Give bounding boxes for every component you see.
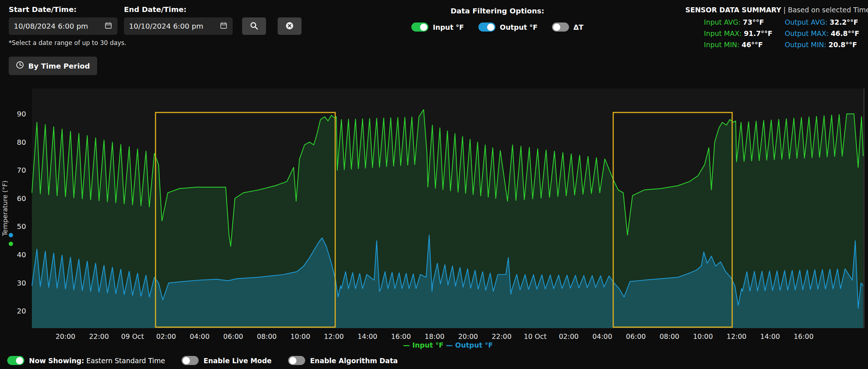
end-date-label: End Date/Time:	[124, 5, 233, 14]
timezone-toggle-item: Now Showing: Eastern Standard Time	[7, 356, 165, 365]
x-tick-label: 08:00	[257, 332, 277, 340]
algorithm-data-label: Enable Algorithm Data	[310, 357, 398, 365]
x-tick-label: 06:00	[626, 332, 646, 340]
algorithm-data-toggle[interactable]	[288, 356, 305, 365]
x-tick-label: 08:00	[660, 332, 680, 340]
bottom-toolbar: Now Showing: Eastern Standard Time Enabl…	[0, 352, 868, 369]
summary-input-max: Input MAX: 91.7°°F	[704, 29, 772, 37]
x-tick-label: 10:00	[290, 332, 310, 340]
x-tick-label: 14:00	[357, 332, 377, 340]
timezone-value: Eastern Standard Time	[86, 357, 165, 365]
x-tick-label: 16:00	[391, 332, 411, 340]
summary-subtitle: | Based on selected Time Period	[783, 6, 868, 14]
toggle-knob	[183, 357, 190, 364]
live-mode-toggle[interactable]	[182, 356, 199, 365]
y-tick-label: 60	[17, 194, 26, 203]
y-tick-label: 50	[17, 222, 26, 231]
input-f-toggle[interactable]	[411, 22, 428, 32]
summary-input-min: Input MIN: 46°°F	[704, 41, 772, 49]
calendar-icon	[104, 21, 112, 31]
toggle-knob	[420, 24, 427, 31]
toggle-knob	[487, 24, 494, 31]
chart-legend: — Input °F — Output °F	[403, 341, 493, 349]
clear-button[interactable]	[278, 17, 302, 35]
x-tick-label: 22:00	[492, 332, 512, 340]
output-f-toggle[interactable]	[478, 22, 495, 32]
y-tick-label: 70	[17, 166, 26, 175]
summary-input-avg: Input AVG: 73°°F	[704, 18, 772, 26]
y-tick-label: 20	[17, 307, 26, 315]
output-series-dot[interactable]	[9, 233, 13, 237]
summary-output-max: Output MAX: 46.8°°F	[785, 29, 859, 37]
x-tick-label: 04:00	[592, 332, 612, 340]
end-datetime-value: 10/10/2024 6:00 pm	[129, 22, 203, 30]
now-showing-label: Now Showing:	[29, 357, 84, 365]
x-tick-label: 02:00	[156, 332, 176, 340]
y-tick-label: 30	[17, 279, 26, 287]
x-tick-label: 22:00	[89, 332, 109, 340]
x-tick-label: 14:00	[760, 332, 780, 340]
y-axis-title: Temperature (°F)	[1, 180, 9, 236]
start-datetime-value: 10/08/2024 6:00 pm	[14, 22, 88, 30]
end-datetime-input[interactable]: 10/10/2024 6:00 pm	[124, 17, 233, 35]
x-tick-label: 20:00	[458, 332, 478, 340]
start-datetime-input[interactable]: 10/08/2024 6:00 pm	[9, 17, 117, 35]
live-mode-label: Enable Live Mode	[203, 357, 271, 365]
data-filtering-options: Data Filtering Options: Input °F Output …	[310, 5, 685, 32]
x-tick-label: 12:00	[727, 332, 747, 340]
x-tick-label: 16:00	[794, 332, 814, 340]
y-tick-label: 80	[17, 138, 26, 147]
top-toolbar: Start Date/Time: 10/08/2024 6:00 pm End …	[0, 0, 868, 87]
x-tick-label: 18:00	[425, 332, 445, 340]
by-time-period-button[interactable]: By Time Period	[9, 57, 97, 75]
delta-t-toggle[interactable]	[552, 22, 569, 32]
toggle-knob	[553, 24, 560, 31]
x-tick-label: 02:00	[559, 332, 579, 340]
y-tick-label: 90	[17, 110, 26, 118]
sensor-data-summary: SENSOR DATA SUMMARY | Based on selected …	[685, 5, 859, 49]
x-tick-label: 12:00	[324, 332, 344, 340]
output-f-toggle-label: Output °F	[500, 23, 537, 31]
temperature-chart[interactable]: 203040506070809020:0022:0009 Oct02:0004:…	[0, 87, 868, 352]
summary-title: SENSOR DATA SUMMARY	[685, 6, 781, 14]
end-date-group: End Date/Time: 10/10/2024 6:00 pm	[124, 5, 233, 35]
timezone-toggle[interactable]	[7, 356, 24, 365]
calendar-icon	[220, 21, 228, 31]
input-f-toggle-item: Input °F	[411, 22, 464, 32]
clock-icon	[16, 61, 24, 71]
input-series-dot[interactable]	[9, 242, 13, 246]
delta-t-toggle-label: ΔT	[573, 23, 583, 31]
x-tick-label: 10 Oct	[524, 332, 547, 340]
circle-x-icon	[285, 21, 294, 31]
search-icon	[250, 21, 258, 31]
by-time-period-label: By Time Period	[28, 62, 90, 70]
start-date-group: Start Date/Time: 10/08/2024 6:00 pm	[9, 5, 117, 35]
live-mode-toggle-item: Enable Live Mode	[182, 356, 271, 365]
date-controls: Start Date/Time: 10/08/2024 6:00 pm End …	[9, 5, 310, 75]
x-tick-label: 06:00	[223, 332, 243, 340]
summary-output-min: Output MIN: 20.8°°F	[785, 41, 859, 49]
date-range-note: *Select a date range of up to 30 days.	[9, 39, 310, 46]
delta-t-toggle-item: ΔT	[552, 22, 583, 32]
toggle-knob	[16, 357, 23, 364]
y-tick-label: 40	[17, 250, 26, 259]
toggle-knob	[289, 357, 296, 364]
filters-title: Data Filtering Options:	[450, 7, 544, 15]
input-f-toggle-label: Input °F	[433, 23, 464, 31]
algorithm-data-toggle-item: Enable Algorithm Data	[288, 356, 398, 365]
summary-output-avg: Output AVG: 32.2°°F	[785, 18, 859, 26]
x-tick-label: 09 Oct	[121, 332, 144, 340]
start-date-label: Start Date/Time:	[9, 5, 117, 14]
x-tick-label: 20:00	[55, 332, 75, 340]
output-f-toggle-item: Output °F	[478, 22, 537, 32]
x-tick-label: 10:00	[693, 332, 713, 340]
search-button[interactable]	[242, 17, 266, 35]
x-tick-label: 04:00	[190, 332, 210, 340]
